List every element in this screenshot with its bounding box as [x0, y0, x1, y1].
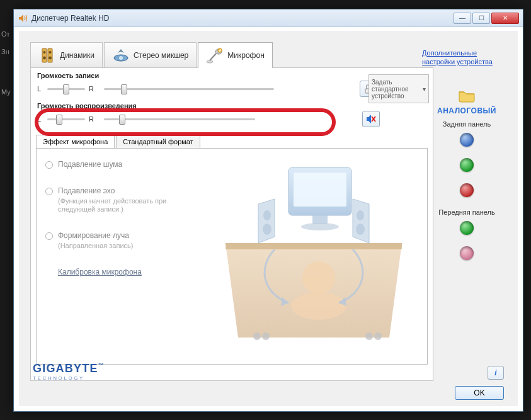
default-device-label: Задать стандартное устройство — [372, 79, 423, 99]
recording-balance-slider[interactable] — [47, 83, 85, 94]
svg-point-24 — [356, 224, 365, 235]
default-device-dropdown[interactable]: Задать стандартное устройство ▾ — [368, 74, 429, 103]
playback-mute-button[interactable] — [362, 111, 380, 127]
close-button[interactable]: ✕ — [491, 13, 519, 24]
option-label: Подавление шума — [58, 160, 122, 169]
svg-point-32 — [374, 332, 382, 340]
svg-point-9 — [207, 60, 213, 63]
subtab-default-format[interactable]: Стандартный формат — [116, 135, 200, 148]
chevron-down-icon: ▾ — [423, 86, 426, 93]
info-button[interactable]: i — [488, 366, 504, 380]
svg-point-31 — [365, 332, 373, 340]
l-label: L — [37, 115, 43, 123]
rear-panel-label: Задняя панель — [427, 120, 506, 128]
stereo-mix-icon — [112, 47, 130, 64]
svg-point-21 — [263, 210, 271, 220]
playback-balance-slider[interactable] — [47, 113, 85, 125]
tab-label: Динамики — [60, 51, 94, 60]
option-label: Формирование луча — [58, 231, 129, 240]
svg-rect-18 — [294, 173, 346, 207]
jack-red[interactable] — [460, 183, 474, 197]
svg-point-23 — [357, 210, 364, 220]
analog-title: АНАЛОГОВЫЙ — [427, 106, 506, 115]
content-panel: Громкость записи L R — [30, 67, 433, 381]
svg-point-4 — [43, 56, 46, 59]
titlebar[interactable]: Диспетчер Realtek HD — ☐ ✕ — [14, 9, 523, 27]
svg-point-29 — [253, 332, 261, 340]
main-tabs: Динамики Стерео микшер Микрофон — [30, 42, 273, 69]
tab-label: Стерео микшер — [134, 51, 188, 60]
option-echo-cancellation[interactable]: Подавление эхо (Функция начнет действова… — [45, 186, 184, 213]
svg-rect-1 — [48, 48, 52, 62]
maximize-button[interactable]: ☐ — [472, 13, 490, 24]
option-sublabel: (Направленная запись) — [58, 242, 133, 250]
option-list: Подавление шума Подавление эхо (Функция … — [45, 160, 184, 276]
tab-stereo-mixer[interactable]: Стерео микшер — [104, 42, 197, 67]
tab-label: Микрофон — [227, 51, 264, 60]
r-label: R — [89, 115, 95, 123]
speaker-icon — [18, 13, 28, 23]
bg-text: Зн — [1, 48, 9, 55]
sub-tabs: Эффект микрофона Стандартный формат — [36, 135, 433, 148]
tab-microphone[interactable]: Микрофон — [198, 42, 272, 67]
sub-panel: Подавление шума Подавление эхо (Функция … — [36, 148, 428, 365]
svg-point-7 — [119, 56, 123, 60]
svg-point-3 — [49, 51, 52, 54]
bg-text: Му — [1, 88, 11, 96]
svg-rect-19 — [312, 215, 328, 224]
option-noise-suppression[interactable]: Подавление шума — [45, 160, 184, 169]
jack-green[interactable] — [460, 158, 474, 172]
l-label: L — [37, 85, 43, 93]
svg-point-22 — [263, 224, 271, 235]
option-sublabel: (Функция начнет действовать при следующе… — [58, 197, 184, 213]
svg-point-30 — [262, 332, 270, 340]
speakers-icon — [38, 47, 56, 64]
bg-text: От — [1, 30, 10, 38]
jack-blue[interactable] — [460, 133, 474, 147]
window-title: Диспетчер Realtek HD — [31, 14, 454, 23]
advanced-settings-link[interactable]: Дополнительные настройки устройства — [422, 48, 504, 66]
folder-icon[interactable] — [458, 89, 476, 103]
app-window: Диспетчер Realtek HD — ☐ ✕ Динамики Стер… — [13, 9, 523, 412]
radio-icon — [45, 232, 53, 240]
subtab-mic-effect[interactable]: Эффект микрофона — [36, 135, 115, 148]
jack-front-green[interactable] — [460, 221, 474, 235]
playback-volume-slider[interactable] — [104, 113, 255, 125]
r-label: R — [89, 85, 95, 93]
radio-icon — [45, 161, 53, 169]
right-panel: АНАЛОГОВЫЙ Задняя панель Передняя панель — [427, 89, 506, 271]
svg-point-2 — [43, 51, 46, 54]
microphone-icon — [206, 47, 224, 64]
option-beam-forming[interactable]: Формирование луча (Направленная запись) — [45, 231, 184, 250]
brand-name: GIGABYTE — [33, 362, 98, 375]
svg-rect-0 — [42, 48, 47, 62]
tab-speakers[interactable]: Динамики — [30, 42, 103, 67]
ok-button[interactable]: OK — [455, 386, 504, 400]
calibrate-microphone-link[interactable]: Калибровка микрофона — [58, 268, 142, 276]
svg-point-25 — [302, 261, 335, 294]
jack-front-pink[interactable] — [460, 246, 474, 260]
svg-point-5 — [49, 56, 52, 59]
brand-subtitle: TECHNOLOGY — [33, 375, 105, 381]
svg-point-20 — [301, 223, 339, 230]
radio-icon — [45, 188, 53, 195]
client-area: Динамики Стерео микшер Микрофон Дополнит… — [19, 31, 518, 406]
minimize-button[interactable]: — — [454, 13, 471, 24]
recording-volume-slider[interactable] — [104, 83, 274, 94]
option-label: Подавление эхо — [58, 186, 115, 195]
playback-slider-row: L R — [31, 111, 433, 131]
front-panel-label: Передняя панель — [427, 208, 506, 216]
desk-illustration — [213, 155, 414, 350]
brand-logo: GIGABYTE™ TECHNOLOGY — [33, 362, 105, 381]
svg-point-26 — [291, 292, 346, 320]
